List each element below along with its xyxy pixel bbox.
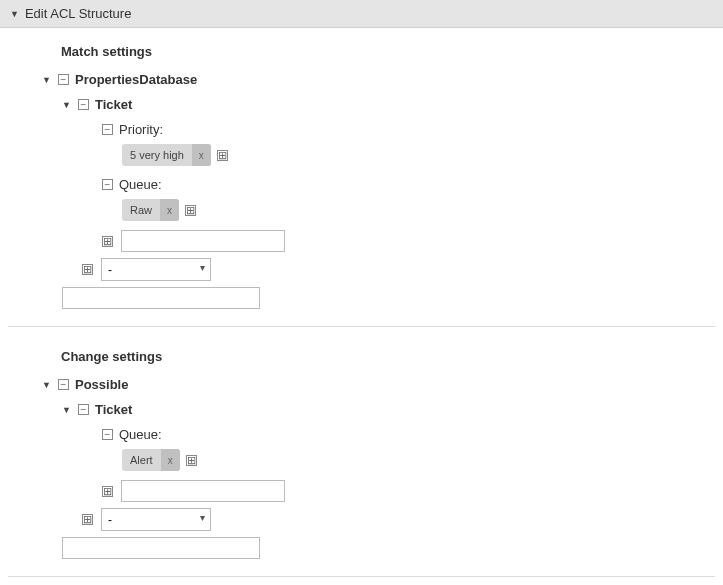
queue-label: Queue: — [119, 177, 162, 192]
add-type-row: - — [82, 255, 723, 284]
header-title: Edit ACL Structure — [25, 6, 131, 21]
tag-text: Alert — [122, 454, 161, 466]
ticket-label: Ticket — [95, 402, 132, 417]
add-property-row — [102, 227, 723, 255]
section-divider — [8, 326, 715, 327]
tag-text: Raw — [122, 204, 160, 216]
change-title: Change settings — [61, 341, 723, 372]
minus-icon[interactable] — [78, 99, 89, 110]
minus-icon[interactable] — [58, 74, 69, 85]
queue-tag-row: Raw x — [122, 197, 723, 227]
priority-label: Priority: — [119, 122, 163, 137]
collapse-icon: ▼ — [10, 9, 19, 19]
expand-icon[interactable]: ▼ — [62, 100, 72, 110]
section-header[interactable]: ▼ Edit ACL Structure — [0, 0, 723, 28]
minus-icon[interactable] — [58, 379, 69, 390]
match-section: Match settings ▼ PropertiesDatabase ▼ Ti… — [0, 28, 723, 312]
queue-tag-row: Alert x — [122, 447, 723, 477]
select-wrap: - — [101, 508, 211, 531]
queue-row: Queue: — [102, 422, 723, 447]
priority-row: Priority: — [102, 117, 723, 142]
add-property-row — [102, 477, 723, 505]
add-icon[interactable] — [82, 514, 93, 525]
select-wrap: - — [101, 258, 211, 281]
expand-icon[interactable]: ▼ — [42, 75, 52, 85]
minus-icon[interactable] — [102, 179, 113, 190]
remove-tag-button[interactable]: x — [160, 199, 179, 221]
add-icon[interactable] — [185, 205, 196, 216]
remove-tag-button[interactable]: x — [192, 144, 211, 166]
priority-tag-row: 5 very high x — [122, 142, 723, 172]
ticket-row: ▼ Ticket — [62, 92, 723, 117]
add-root-row — [62, 284, 723, 312]
minus-icon[interactable] — [78, 404, 89, 415]
add-icon[interactable] — [82, 264, 93, 275]
add-root-row — [62, 534, 723, 562]
add-type-row: - — [82, 505, 723, 534]
ticket-row: ▼ Ticket — [62, 397, 723, 422]
add-icon[interactable] — [186, 455, 197, 466]
ticket-label: Ticket — [95, 97, 132, 112]
add-root-input[interactable] — [62, 537, 260, 559]
match-root-row: ▼ PropertiesDatabase — [42, 67, 723, 92]
match-title: Match settings — [61, 36, 723, 67]
priority-tag: 5 very high x — [122, 144, 211, 166]
section-divider — [8, 576, 715, 577]
add-property-input[interactable] — [121, 480, 285, 502]
add-property-input[interactable] — [121, 230, 285, 252]
add-icon[interactable] — [102, 236, 113, 247]
root-label: PropertiesDatabase — [75, 72, 197, 87]
queue-row: Queue: — [102, 172, 723, 197]
add-type-select[interactable]: - — [101, 258, 211, 281]
expand-icon[interactable]: ▼ — [42, 380, 52, 390]
minus-icon[interactable] — [102, 124, 113, 135]
change-section: Change settings ▼ Possible ▼ Ticket Queu… — [0, 333, 723, 562]
add-type-select[interactable]: - — [101, 508, 211, 531]
remove-tag-button[interactable]: x — [161, 449, 180, 471]
add-root-input[interactable] — [62, 287, 260, 309]
expand-icon[interactable]: ▼ — [62, 405, 72, 415]
add-icon[interactable] — [102, 486, 113, 497]
add-icon[interactable] — [217, 150, 228, 161]
minus-icon[interactable] — [102, 429, 113, 440]
tag-text: 5 very high — [122, 149, 192, 161]
root-label: Possible — [75, 377, 128, 392]
queue-tag: Alert x — [122, 449, 180, 471]
change-root-row: ▼ Possible — [42, 372, 723, 397]
queue-label: Queue: — [119, 427, 162, 442]
queue-tag: Raw x — [122, 199, 179, 221]
